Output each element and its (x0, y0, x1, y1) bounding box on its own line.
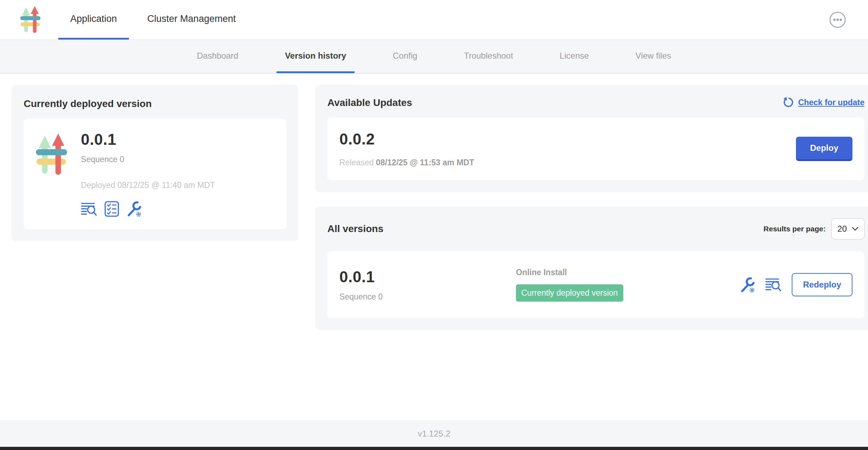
released-prefix: Released (339, 158, 374, 167)
top-nav-tabs: Application Cluster Management (58, 0, 254, 40)
subtab-version-history[interactable]: Version history (277, 40, 355, 73)
chevron-down-icon (852, 227, 858, 231)
subtab-version-history-label: Version history (285, 51, 346, 61)
app-sub-nav: Dashboard Version history Config Trouble… (0, 40, 868, 73)
console-version: v1.125.2 (418, 429, 450, 439)
all-versions-title: All versions (327, 223, 384, 235)
currently-deployed-card: Currently deployed version 0.0.1 Sequenc… (12, 85, 298, 241)
released-date: 08/12/25 @ 11:53 am MDT (376, 158, 474, 167)
config-icon[interactable] (126, 201, 142, 217)
currently-deployed-badge: Currently deployed version (516, 284, 623, 302)
deploy-logs-icon[interactable] (81, 202, 97, 217)
refresh-icon (782, 97, 794, 108)
row-sequence: Sequence 0 (339, 292, 516, 302)
row-version-number: 0.0.1 (339, 268, 516, 286)
all-versions-card: All versions Results per page: 20 0.0 (315, 206, 868, 330)
footer: v1.125.2 (0, 420, 868, 447)
update-details: 0.0.2 Released 08/12/25 @ 11:53 am MDT (339, 130, 474, 167)
subtab-troubleshoot[interactable]: Troubleshoot (456, 40, 522, 73)
right-column: Available Updates Check for update 0.0.2… (315, 85, 868, 420)
preflight-checks-icon[interactable] (105, 201, 119, 217)
deployed-timestamp: Deployed 08/12/25 @ 11:40 am MDT (81, 180, 215, 190)
bottom-edge-strip (0, 447, 868, 450)
available-updates-card: Available Updates Check for update 0.0.2… (315, 85, 868, 192)
app-logo-icon (20, 6, 42, 34)
available-update-row: 0.0.2 Released 08/12/25 @ 11:53 am MDT D… (327, 118, 864, 180)
row-version-block: 0.0.1 Sequence 0 (339, 268, 516, 302)
deployed-version-panel: 0.0.1 Sequence 0 Deployed 08/12/25 @ 11:… (24, 119, 286, 229)
deployed-version-details: 0.0.1 Sequence 0 Deployed 08/12/25 @ 11:… (81, 131, 215, 217)
version-row: 0.0.1 Sequence 0 Online Install Currentl… (327, 251, 864, 318)
ellipsis-menu-icon[interactable] (829, 11, 846, 28)
update-version-number: 0.0.2 (339, 130, 474, 148)
row-actions: Redeploy (739, 273, 852, 296)
currently-deployed-title: Currently deployed version (24, 98, 286, 109)
subtab-license-label: License (560, 51, 589, 61)
results-per-page-group: Results per page: 20 (763, 218, 864, 239)
top-nav: Application Cluster Management (0, 0, 868, 40)
results-per-page-value: 20 (837, 224, 847, 234)
check-for-update-label: Check for update (798, 98, 864, 107)
subtab-troubleshoot-label: Troubleshoot (464, 51, 513, 61)
subtab-view-files-label: View files (636, 51, 671, 61)
check-for-update-link[interactable]: Check for update (782, 97, 864, 108)
top-nav-right (829, 0, 846, 40)
row-meta-block: Online Install Currently deployed versio… (516, 268, 739, 302)
tab-application-label: Application (70, 13, 117, 24)
app-logo-icon (36, 134, 70, 176)
deployed-version-number: 0.0.1 (81, 131, 215, 148)
deployed-version-actions (81, 201, 215, 217)
redeploy-button[interactable]: Redeploy (792, 273, 852, 296)
results-per-page-label: Results per page: (763, 225, 826, 233)
deploy-button[interactable]: Deploy (796, 137, 852, 161)
subtab-dashboard-label: Dashboard (197, 51, 238, 61)
update-released-line: Released 08/12/25 @ 11:53 am MDT (339, 158, 474, 167)
subtab-license[interactable]: License (551, 40, 598, 73)
subtab-dashboard[interactable]: Dashboard (188, 40, 246, 73)
tab-cluster-management-label: Cluster Management (147, 13, 236, 24)
config-icon[interactable] (739, 277, 755, 293)
tab-application[interactable]: Application (58, 0, 129, 40)
install-type-label: Online Install (516, 268, 739, 277)
subtab-config-label: Config (393, 51, 417, 61)
subtab-view-files[interactable]: View files (627, 40, 680, 73)
deploy-logs-icon[interactable] (765, 277, 782, 292)
available-updates-title: Available Updates (327, 97, 412, 108)
results-per-page-select[interactable]: 20 (831, 218, 864, 239)
deployed-sequence: Sequence 0 (81, 155, 215, 164)
subtab-config[interactable]: Config (384, 40, 426, 73)
tab-cluster-management[interactable]: Cluster Management (135, 0, 248, 40)
main-content: Currently deployed version 0.0.1 Sequenc… (0, 73, 868, 420)
